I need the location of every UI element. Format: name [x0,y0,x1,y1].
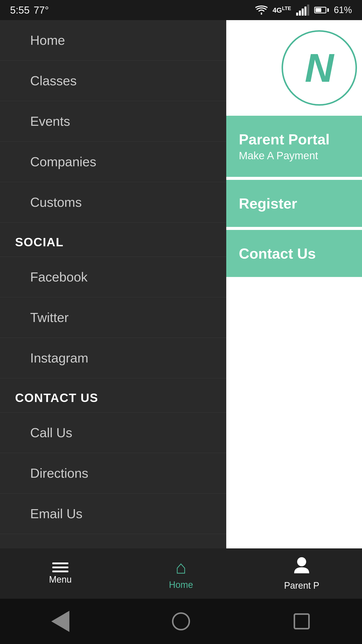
contact-email-us[interactable]: Email Us [0,494,226,534]
content-area: N Parent Portal Make A Payment Register … [226,20,362,599]
network-badge: 4GLTE [273,6,291,14]
parent-portal-subtitle: Make A Payment [239,150,349,162]
system-nav [0,599,362,644]
nav-item-events[interactable]: Events [0,101,226,142]
back-button[interactable] [48,609,73,634]
temperature: 77° [34,5,49,16]
nav-menu-label: Menu [49,574,72,585]
contact-call-us[interactable]: Call Us [0,413,226,453]
parent-portal-icon [294,556,309,578]
parent-portal-title: Parent Portal [239,131,349,148]
register-button[interactable]: Register [226,180,362,227]
social-twitter[interactable]: Twitter [0,297,226,338]
recents-icon [294,613,310,629]
svg-rect-2 [302,9,304,16]
svg-point-5 [297,557,306,566]
contact-us-button[interactable]: Contact Us [226,230,362,277]
svg-rect-0 [296,13,298,16]
battery-indicator [314,7,329,13]
register-title: Register [239,195,349,212]
svg-rect-1 [299,11,301,16]
status-right: 4GLTE 61% [255,5,352,16]
contact-directions[interactable]: Directions [0,453,226,494]
svg-rect-3 [304,7,306,16]
nav-parent-label: Parent P [284,580,319,591]
home-sys-icon [172,612,190,630]
menu-icon [52,562,68,572]
time: 5:55 [10,5,30,16]
wifi-icon [255,6,267,15]
bottom-nav: Menu ⌂ Home Parent P [0,548,362,599]
parent-portal-button[interactable]: Parent Portal Make A Payment [226,116,362,177]
nav-item-home[interactable]: Home [0,20,226,61]
battery-percent: 61% [334,5,352,15]
social-instagram[interactable]: Instagram [0,338,226,378]
nav-home[interactable]: ⌂ Home [121,552,241,595]
contact-us-title: Contact Us [239,245,349,262]
nav-item-classes[interactable]: Classes [0,61,226,101]
status-left: 5:55 77° [10,5,49,16]
social-facebook[interactable]: Facebook [0,257,226,297]
svg-rect-4 [307,5,309,16]
signal-icon [296,5,309,16]
nav-item-companies[interactable]: Companies [0,142,226,182]
home-button[interactable] [168,609,194,634]
app-logo: N [282,30,357,106]
nav-menu[interactable]: Menu [0,557,121,590]
social-section-header: SOCIAL [0,223,226,257]
nav-parent-portal[interactable]: Parent P [241,551,362,596]
contact-section-header: CONTACT US [0,378,226,413]
nav-home-label: Home [169,580,193,590]
status-bar: 5:55 77° 4GLTE 61% [0,0,362,20]
logo-letter: N [305,45,334,91]
recents-button[interactable] [289,609,314,634]
nav-item-customs[interactable]: Customs [0,182,226,223]
home-icon: ⌂ [175,557,187,578]
back-icon [51,611,69,632]
drawer-menu: Home Classes Events Companies Customs SO… [0,20,226,599]
